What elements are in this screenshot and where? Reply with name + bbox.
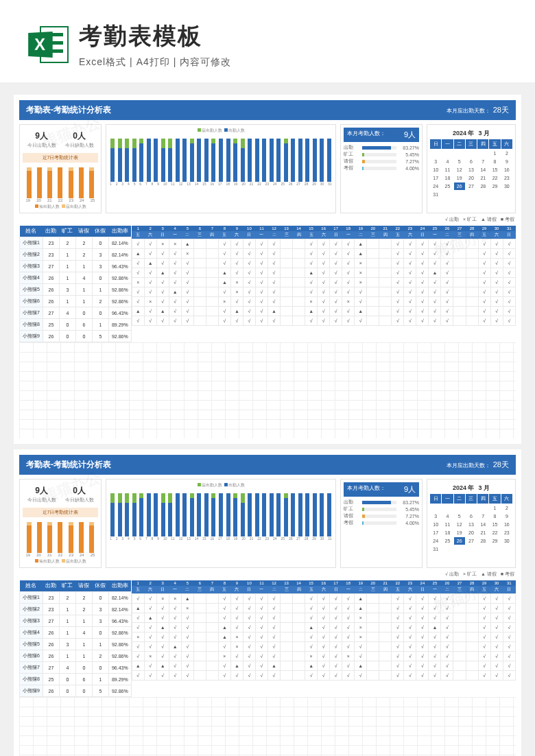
sheet-title: 考勤表-考勤统计分析表 xyxy=(26,459,111,471)
template-title: 考勤表模板 xyxy=(79,21,231,52)
mini-chart-title: 近7日考勤统计表 xyxy=(23,153,98,163)
calendar-card: 2024 年3 月 日一二三四五六12345678910111213141516… xyxy=(427,124,516,213)
empty-grid xyxy=(19,697,516,756)
work-days: 本月应出勤天数：28天 xyxy=(447,460,509,470)
title-banner: 考勤表-考勤统计分析表 本月应出勤天数：28天 xyxy=(19,455,516,475)
work-days: 本月应出勤天数：28天 xyxy=(447,105,509,115)
sheet-title: 考勤表-考勤统计分析表 xyxy=(26,104,111,116)
spreadsheet-preview: 熊猫办公 熊猫办公 考勤表-考勤统计分析表 本月应出勤天数：28天 9人今日出勤… xyxy=(14,449,521,756)
attendance-table: 姓名出勤旷工请假休假出勤率小熊猫12322082.14%小熊猫22312382.… xyxy=(19,226,516,342)
preview-area: 熊猫办公 熊猫办公 考勤表-考勤统计分析表 本月应出勤天数：28天 9人今日出勤… xyxy=(0,82,535,756)
monthly-chart xyxy=(109,488,333,536)
mini-chart-title: 近7日考勤统计表 xyxy=(23,508,98,517)
empty-grid xyxy=(19,342,516,438)
monthly-chart xyxy=(109,134,333,182)
title-banner: 考勤表-考勤统计分析表 本月应出勤天数：28天 xyxy=(19,100,516,120)
today-card: 9人今日出勤人数 0人今日缺勤人数 近7日考勤统计表 1920212223242… xyxy=(19,124,102,213)
mark-legend: √ 出勤× 旷工▲ 请假■ 考假 xyxy=(19,568,516,580)
seven-day-chart xyxy=(23,519,98,553)
excel-icon: X xyxy=(27,24,69,65)
spreadsheet-preview: 熊猫办公 熊猫办公 考勤表-考勤统计分析表 本月应出勤天数：28天 9人今日出勤… xyxy=(14,95,521,444)
monthly-chart-card: 应出勤人数 出勤人数 12345678910111213141516171819… xyxy=(106,479,336,568)
page-header: X 考勤表模板 Excel格式 | A4打印 | 内容可修改 xyxy=(0,0,535,82)
mark-legend: √ 出勤× 旷工▲ 请假■ 考假 xyxy=(19,213,516,226)
kpi-card: 本月考勤人数：9人 出勤83.27%旷工5.45%请假7.27%考假4.00% xyxy=(340,124,423,213)
kpi-card: 本月考勤人数：9人 出勤83.27%旷工5.45%请假7.27%考假4.00% xyxy=(340,479,423,568)
calendar-card: 2024 年3 月 日一二三四五六12345678910111213141516… xyxy=(427,479,516,568)
today-card: 9人今日出勤人数 0人今日缺勤人数 近7日考勤统计表 1920212223242… xyxy=(19,479,102,568)
monthly-chart-card: 应出勤人数 出勤人数 12345678910111213141516171819… xyxy=(106,124,336,213)
seven-day-chart xyxy=(23,164,98,198)
attendance-table: 姓名出勤旷工请假休假出勤率小熊猫12322082.14%小熊猫22312382.… xyxy=(19,580,516,697)
template-subtitle: Excel格式 | A4打印 | 内容可修改 xyxy=(79,56,231,69)
